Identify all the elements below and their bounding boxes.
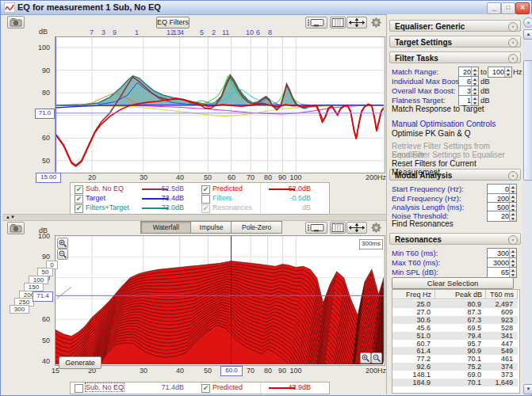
collapse-panel-icon[interactable]: » (523, 17, 532, 28)
legend-checkbox[interactable]: ✔ (75, 195, 83, 204)
action-link-find-resonances[interactable]: Find Resonances (392, 219, 454, 228)
close-button[interactable]: ✕ (515, 2, 530, 14)
pan-axes-icon[interactable] (346, 17, 367, 29)
capture-camera-button[interactable] (7, 16, 25, 29)
pan-axes-icon[interactable] (346, 222, 367, 234)
legend-checkbox[interactable] (75, 384, 83, 393)
table-row[interactable]: 184.970.11,649 (392, 379, 518, 386)
zoom-in-icon[interactable] (360, 352, 371, 364)
spinner-down-icon[interactable] (505, 72, 511, 77)
zoom-out-icon[interactable] (57, 249, 68, 260)
spinner-field[interactable]: 20 (487, 211, 517, 222)
expand-chevron-icon[interactable]: » (508, 38, 518, 48)
table-row[interactable]: 92.675.2374 (392, 363, 518, 371)
expand-chevron-icon[interactable]: » (508, 22, 518, 32)
wf-cursor-freq-label: 60.0 (220, 366, 243, 376)
measurement-device-icon[interactable] (305, 17, 327, 29)
action-link-manual-optimisation-controls[interactable]: Manual Optimisation Controls (392, 120, 496, 128)
legend-checkbox[interactable] (201, 195, 210, 204)
tab-impulse[interactable]: Impulse (190, 221, 233, 234)
top-y-unit: dB (39, 28, 48, 36)
clear-selection-button[interactable]: Clear Selection (392, 277, 514, 289)
section-header-target-settings[interactable]: Target Settings» (389, 36, 521, 48)
top-cursor-db-label: 71.0 (35, 109, 55, 119)
table-cell: 70.1 (435, 355, 481, 363)
table-cell: 2,497 (486, 300, 513, 308)
collapse-chevron-icon[interactable]: « (508, 54, 518, 63)
table-row[interactable]: 148.169.0373 (392, 371, 518, 379)
zoom-in-icon[interactable] (57, 238, 68, 249)
table-cell: 77.2 (392, 355, 431, 363)
scroll-up-icon[interactable]: ▲ (523, 29, 532, 40)
zoom-out-icon[interactable] (371, 352, 382, 364)
wf-x-tick: 100 (286, 367, 305, 375)
app-icon (4, 2, 15, 13)
table-cell: 447 (486, 340, 513, 348)
generate-button[interactable]: Generate (59, 356, 101, 369)
minimize-button[interactable]: _ (487, 2, 501, 14)
wf-x-tick: 50 (201, 367, 215, 375)
gear-icon[interactable] (371, 17, 381, 28)
action-link-reset-filters-for-current-measurement[interactable]: Reset Filters for Current Measurement (392, 159, 523, 177)
spinner-buttons[interactable] (509, 268, 516, 277)
table-row[interactable]: 77.270.1461 (392, 355, 518, 363)
tab-pole-zero[interactable]: Pole-Zero (231, 221, 282, 234)
frequency-bands-icon[interactable] (330, 222, 346, 234)
table-row[interactable]: 25.080.92,497 (392, 300, 518, 308)
table-cell: 148.1 (392, 371, 431, 379)
collapse-chevron-icon[interactable]: « (508, 235, 518, 245)
table-row[interactable]: 60.795.7447 (392, 340, 518, 348)
legend-label: Filters+Target (86, 204, 129, 211)
top-x-tick: 30 (136, 173, 151, 181)
action-link-optimise-pk-gain-q[interactable]: Optimise PK Gain & Q (392, 129, 470, 138)
section-header-equaliser-generic[interactable]: Equaliser: Generic» (389, 20, 521, 32)
field-unit: Hz (513, 67, 522, 76)
spinner-buttons[interactable] (509, 211, 516, 221)
spinner-value: 3000 (493, 259, 509, 267)
filter-number-marker: 4 (180, 29, 184, 36)
legend-checkbox[interactable]: ✔ (201, 384, 210, 393)
scrollbar-thumb[interactable] (523, 60, 532, 181)
table-row[interactable]: 30.667.3923 (392, 316, 518, 324)
scroll-down-icon[interactable]: ▼ (523, 384, 532, 394)
filter-number-marker: 3 (101, 29, 105, 36)
spinner-field[interactable]: 65 (487, 267, 517, 278)
legend-checkbox[interactable]: ✔ (75, 204, 83, 213)
table-row[interactable]: 51.079.4341 (392, 332, 518, 340)
gear-icon[interactable] (371, 223, 381, 233)
eq-filters-button[interactable]: EQ Filters (156, 17, 189, 29)
table-cell: 51.0 (392, 332, 431, 340)
window-title: EQ for measurement 1 Sub, No EQ (17, 2, 161, 12)
legend-checkbox[interactable]: ✔ (201, 185, 210, 194)
splitter-collapse-icons[interactable]: ▲▼ (6, 215, 15, 219)
table-row[interactable]: 27.087.3609 (392, 308, 518, 316)
titlebar: EQ for measurement 1 Sub, No EQ _ □ ✕ (1, 1, 531, 15)
measurement-device-icon[interactable] (305, 222, 327, 234)
table-cell: 461 (486, 355, 513, 363)
panel-scrollbar[interactable]: » ▲ ▼ (522, 14, 532, 394)
maximize-button[interactable]: □ (501, 2, 515, 14)
waterfall-camera-button[interactable] (7, 222, 25, 234)
filter-number-marker: 5 (200, 29, 204, 36)
range-to-label: to (480, 67, 487, 76)
legend-value: 73.4dB (146, 194, 184, 202)
section-header-filter-tasks[interactable]: Filter Tasks« (389, 51, 521, 63)
field-unit: dB (480, 96, 490, 105)
wf-cursor-db-label: 71.4 (33, 291, 53, 302)
chart-splitter[interactable]: ▲▼ (2, 214, 386, 221)
legend-checkbox[interactable]: ✔ (75, 185, 83, 194)
spinner-field[interactable]: 100 (488, 67, 512, 78)
spinner-down-icon[interactable] (510, 216, 516, 221)
table-cell: 549 (486, 347, 513, 355)
frequency-bands-icon[interactable] (330, 17, 346, 29)
table-row[interactable]: 61.490.9549 (392, 347, 518, 355)
filter-number-marker: 8 (268, 29, 272, 36)
table-row[interactable]: 45.669.5528 (392, 324, 518, 332)
legend-checkbox[interactable]: ✔ (201, 204, 210, 213)
spinner-buttons[interactable] (504, 67, 511, 77)
field-label: Flatness Target: (392, 96, 445, 105)
top-y-tick: 90 (34, 67, 50, 74)
action-link-match-response-to-target[interactable]: Match Response to Target (392, 105, 484, 113)
section-header-resonances[interactable]: Resonances« (389, 233, 521, 245)
tab-waterfall[interactable]: Waterfall (140, 221, 192, 234)
